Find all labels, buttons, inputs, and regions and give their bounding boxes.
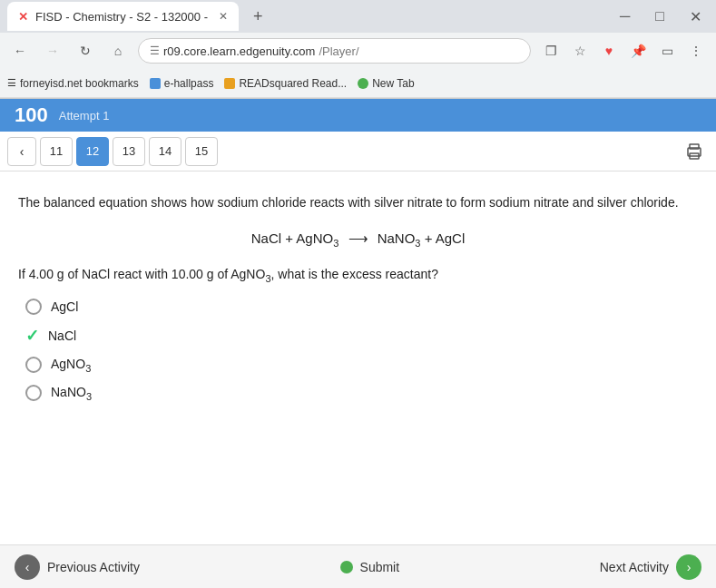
equation-right: NaNO3 + AgCl bbox=[378, 230, 466, 246]
options-list: AgCl ✓ NaCl AgNO3 NaNO3 bbox=[18, 299, 698, 402]
option-d[interactable]: NaNO3 bbox=[25, 385, 698, 402]
reload-button[interactable]: ↻ bbox=[73, 38, 98, 64]
print-button[interactable] bbox=[680, 137, 709, 166]
radio-d[interactable] bbox=[25, 385, 42, 401]
radio-a[interactable] bbox=[25, 299, 42, 315]
url-list-icon: ☰ bbox=[150, 44, 160, 57]
bookmark-icon-2 bbox=[150, 78, 161, 89]
back-button[interactable]: ← bbox=[7, 38, 33, 64]
page-11[interactable]: 11 bbox=[40, 137, 73, 166]
menu-icon[interactable]: ⋮ bbox=[683, 38, 709, 64]
equation-arrow: ⟶ bbox=[348, 230, 372, 246]
bookmark-icon-4 bbox=[358, 78, 368, 89]
option-b[interactable]: ✓ NaCl bbox=[25, 326, 698, 346]
page-prev-button[interactable]: ‹ bbox=[7, 137, 36, 166]
extension-icon-1[interactable]: ♥ bbox=[596, 38, 622, 64]
page-15[interactable]: 15 bbox=[185, 137, 218, 166]
new-tab-button[interactable]: + bbox=[242, 2, 274, 31]
attempt-label: Attempt 1 bbox=[59, 109, 110, 122]
option-b-label: NaCl bbox=[48, 328, 76, 343]
equation-left: NaCl + AgNO3 bbox=[251, 230, 339, 246]
page-navigation: ‹ 11 12 13 14 15 bbox=[0, 132, 716, 172]
next-activity-label: Next Activity bbox=[600, 560, 669, 574]
bookmark-label-2: e-hallpass bbox=[164, 77, 214, 90]
tab-close-button[interactable]: ✕ bbox=[219, 10, 228, 23]
url-bar[interactable]: ☰ r09.core.learn.edgenuity.com /Player/ bbox=[138, 38, 531, 64]
tab-bar: ✕ FISD - Chemistry - S2 - 132000 - ✕ + ─… bbox=[0, 0, 716, 33]
bookmark-1[interactable]: ☰ forneyisd.net bookmarks bbox=[7, 77, 139, 90]
next-activity-button[interactable]: Next Activity › bbox=[600, 554, 701, 580]
equation: NaCl + AgNO3 ⟶ NaNO3 + AgCl bbox=[18, 230, 698, 249]
address-bar: ← → ↻ ⌂ ☰ r09.core.learn.edgenuity.com /… bbox=[0, 33, 716, 69]
main-content: The balanced equation shows how sodium c… bbox=[0, 172, 716, 423]
tab-title: FISD - Chemistry - S2 - 132000 - bbox=[35, 10, 208, 24]
url-path: /Player/ bbox=[319, 44, 358, 58]
page-13[interactable]: 13 bbox=[113, 137, 145, 166]
tab-favicon: ✕ bbox=[18, 10, 28, 24]
option-a-label: AgCl bbox=[51, 299, 78, 314]
prev-activity-button[interactable]: ‹ Previous Activity bbox=[15, 554, 140, 580]
submit-area: Submit bbox=[340, 560, 400, 574]
bookmark-4[interactable]: New Tab bbox=[358, 77, 414, 90]
share-icon[interactable]: ❐ bbox=[538, 38, 564, 64]
prev-activity-label: Previous Activity bbox=[47, 560, 140, 574]
sidebar-icon[interactable]: ▭ bbox=[654, 38, 680, 64]
maximize-button[interactable]: □ bbox=[648, 5, 672, 28]
url-host: r09.core.learn.edgenuity.com bbox=[163, 44, 315, 58]
home-button[interactable]: ⌂ bbox=[105, 38, 131, 64]
active-tab[interactable]: ✕ FISD - Chemistry - S2 - 132000 - ✕ bbox=[7, 2, 239, 31]
prev-arrow-icon: ‹ bbox=[15, 554, 40, 580]
score-value: 100 bbox=[15, 103, 48, 127]
bookmark-label-3: READsquared Read... bbox=[239, 77, 347, 90]
checkmark-b: ✓ bbox=[25, 326, 39, 346]
page-14[interactable]: 14 bbox=[149, 137, 181, 166]
new-tab-icon: + bbox=[253, 7, 263, 26]
bottom-navigation: ‹ Previous Activity Submit Next Activity… bbox=[0, 544, 716, 588]
extension-icon-2[interactable]: 📌 bbox=[625, 38, 651, 64]
radio-c[interactable] bbox=[25, 357, 42, 373]
question-text: The balanced equation shows how sodium c… bbox=[18, 193, 698, 212]
next-arrow-icon: › bbox=[676, 554, 701, 580]
toolbar-icons: ❐ ☆ ♥ 📌 ▭ ⋮ bbox=[538, 38, 709, 64]
option-c-label: AgNO3 bbox=[51, 357, 91, 374]
bookmark-label-1: forneyisd.net bookmarks bbox=[20, 77, 139, 90]
bookmark-icon-3 bbox=[224, 78, 235, 89]
bookmarks-bar: ☰ forneyisd.net bookmarks e-hallpass REA… bbox=[0, 69, 716, 98]
forward-button[interactable]: → bbox=[40, 38, 65, 64]
bookmark-icon-1: ☰ bbox=[7, 77, 16, 89]
question-prompt: If 4.00 g of NaCl react with 10.00 g of … bbox=[18, 267, 698, 284]
page-12[interactable]: 12 bbox=[76, 137, 109, 166]
browser-chrome: ✕ FISD - Chemistry - S2 - 132000 - ✕ + ─… bbox=[0, 0, 716, 99]
bookmark-2[interactable]: e-hallpass bbox=[150, 77, 214, 90]
bookmark-3[interactable]: READsquared Read... bbox=[224, 77, 347, 90]
svg-rect-1 bbox=[690, 144, 699, 149]
minimize-button[interactable]: ─ bbox=[613, 5, 637, 28]
bookmark-label-4: New Tab bbox=[372, 77, 414, 90]
submit-label: Submit bbox=[360, 560, 400, 574]
option-d-label: NaNO3 bbox=[51, 385, 92, 402]
score-bar: 100 Attempt 1 bbox=[0, 99, 716, 132]
option-a[interactable]: AgCl bbox=[25, 299, 698, 315]
bookmark-star-icon[interactable]: ☆ bbox=[567, 38, 593, 64]
close-button[interactable]: ✕ bbox=[682, 5, 709, 29]
option-c[interactable]: AgNO3 bbox=[25, 357, 698, 374]
submit-status-dot bbox=[340, 561, 353, 573]
